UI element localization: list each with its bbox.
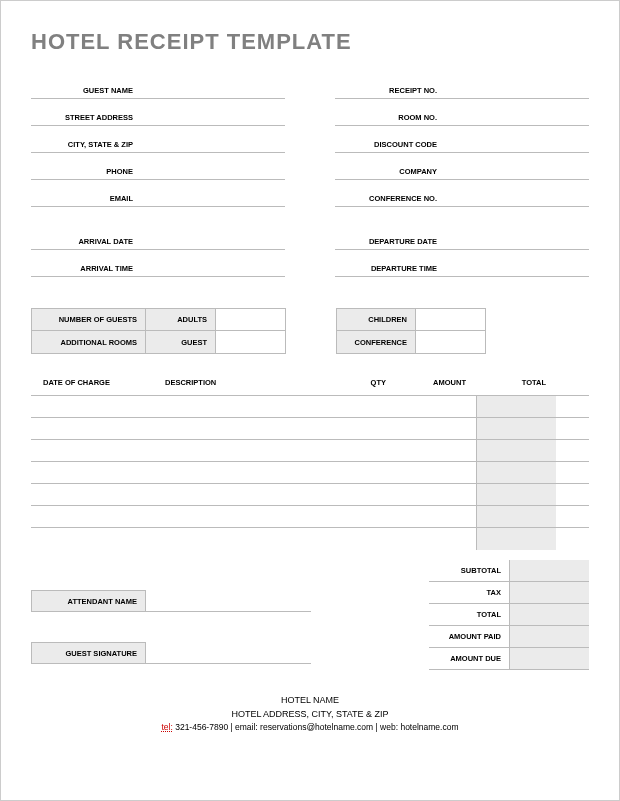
- field-departure-time: DEPARTURE TIME: [335, 255, 589, 277]
- footer-email: reservations@hotelname.com: [260, 722, 373, 732]
- cell-total[interactable]: [476, 418, 556, 439]
- rooms-row: ADDITIONAL ROOMS GUEST CONFERENCE: [31, 331, 589, 354]
- signatures-block: ATTENDANT NAME GUEST SIGNATURE: [31, 560, 429, 670]
- field-room-no: ROOM NO.: [335, 104, 589, 126]
- cell-desc[interactable]: [161, 484, 326, 505]
- value[interactable]: [141, 246, 285, 249]
- children-value[interactable]: [416, 308, 486, 331]
- cell-total[interactable]: [476, 484, 556, 505]
- field-guest-name: GUEST NAME: [31, 77, 285, 99]
- cell-amount[interactable]: [396, 440, 476, 461]
- table-row: [31, 462, 589, 484]
- dates-block: ARRIVAL DATE ARRIVAL TIME DEPARTURE DATE…: [31, 228, 589, 282]
- header-total: TOTAL: [476, 378, 556, 387]
- guests-row: NUMBER OF GUESTS ADULTS CHILDREN: [31, 308, 589, 331]
- cell-total[interactable]: [476, 462, 556, 483]
- tax-value[interactable]: [509, 582, 589, 603]
- cell-amount[interactable]: [396, 528, 476, 550]
- children-label: CHILDREN: [336, 308, 416, 331]
- adults-value[interactable]: [216, 308, 286, 331]
- tel-prefix: tel:: [161, 722, 172, 732]
- cell-qty[interactable]: [326, 506, 396, 527]
- cell-desc[interactable]: [161, 418, 326, 439]
- value[interactable]: [141, 149, 285, 152]
- web-label: web:: [380, 722, 400, 732]
- value[interactable]: [445, 246, 589, 249]
- field-departure-date: DEPARTURE DATE: [335, 228, 589, 250]
- cell-total[interactable]: [476, 396, 556, 417]
- cell-desc[interactable]: [161, 462, 326, 483]
- attendant-label: ATTENDANT NAME: [31, 590, 146, 612]
- field-company: COMPANY: [335, 158, 589, 180]
- value[interactable]: [141, 273, 285, 276]
- cell-desc[interactable]: [161, 396, 326, 417]
- cell-total[interactable]: [476, 440, 556, 461]
- field-receipt-no: RECEIPT NO.: [335, 77, 589, 99]
- field-street-address: STREET ADDRESS: [31, 104, 285, 126]
- cell-qty[interactable]: [326, 484, 396, 505]
- cell-amount[interactable]: [396, 484, 476, 505]
- cell-qty[interactable]: [326, 440, 396, 461]
- conference-value[interactable]: [416, 331, 486, 354]
- attendant-value[interactable]: [146, 590, 311, 612]
- label: ARRIVAL TIME: [31, 264, 141, 276]
- guest-value[interactable]: [216, 331, 286, 354]
- value[interactable]: [445, 149, 589, 152]
- field-phone: PHONE: [31, 158, 285, 180]
- dates-left: ARRIVAL DATE ARRIVAL TIME: [31, 228, 285, 282]
- guest-label: GUEST: [146, 331, 216, 354]
- field-city-state-zip: CITY, STATE & ZIP: [31, 131, 285, 153]
- cell-total[interactable]: [476, 506, 556, 527]
- cell-date[interactable]: [31, 462, 161, 483]
- guest-sig-value[interactable]: [146, 642, 311, 664]
- value[interactable]: [445, 176, 589, 179]
- value[interactable]: [445, 95, 589, 98]
- label: EMAIL: [31, 194, 141, 206]
- value[interactable]: [445, 273, 589, 276]
- field-conference-no: CONFERENCE NO.: [335, 185, 589, 207]
- value[interactable]: [445, 203, 589, 206]
- cell-qty[interactable]: [326, 418, 396, 439]
- cell-total[interactable]: [476, 528, 556, 550]
- cell-date[interactable]: [31, 440, 161, 461]
- cell-date[interactable]: [31, 528, 161, 550]
- guest-signature-row: GUEST SIGNATURE: [31, 642, 311, 664]
- cell-amount[interactable]: [396, 418, 476, 439]
- cell-desc[interactable]: [161, 440, 326, 461]
- cell-desc[interactable]: [161, 506, 326, 527]
- label: ROOM NO.: [335, 113, 445, 125]
- label: DEPARTURE TIME: [335, 264, 445, 276]
- cell-qty[interactable]: [326, 528, 396, 550]
- value[interactable]: [141, 203, 285, 206]
- label: GUEST NAME: [31, 86, 141, 98]
- value[interactable]: [445, 122, 589, 125]
- value[interactable]: [141, 122, 285, 125]
- cell-date[interactable]: [31, 418, 161, 439]
- paid-value[interactable]: [509, 626, 589, 647]
- cell-date[interactable]: [31, 396, 161, 417]
- total-label: TOTAL: [429, 604, 509, 625]
- footer-web: hotelname.com: [400, 722, 458, 732]
- paid-label: AMOUNT PAID: [429, 626, 509, 647]
- cell-qty[interactable]: [326, 396, 396, 417]
- subtotal-label: SUBTOTAL: [429, 560, 509, 581]
- subtotal-value[interactable]: [509, 560, 589, 581]
- cell-amount[interactable]: [396, 506, 476, 527]
- subtotal-row: SUBTOTAL: [429, 560, 589, 582]
- charges-header: DATE OF CHARGE DESCRIPTION QTY AMOUNT TO…: [31, 370, 589, 396]
- cell-amount[interactable]: [396, 396, 476, 417]
- value[interactable]: [141, 95, 285, 98]
- cell-date[interactable]: [31, 484, 161, 505]
- charges-table: DATE OF CHARGE DESCRIPTION QTY AMOUNT TO…: [31, 370, 589, 550]
- value[interactable]: [141, 176, 285, 179]
- total-value[interactable]: [509, 604, 589, 625]
- cell-date[interactable]: [31, 506, 161, 527]
- tel-number: 321-456-7890: [173, 722, 228, 732]
- cell-desc[interactable]: [161, 528, 326, 550]
- due-value[interactable]: [509, 648, 589, 669]
- cell-qty[interactable]: [326, 462, 396, 483]
- label: CONFERENCE NO.: [335, 194, 445, 206]
- label: ARRIVAL DATE: [31, 237, 141, 249]
- cell-amount[interactable]: [396, 462, 476, 483]
- label: STREET ADDRESS: [31, 113, 141, 125]
